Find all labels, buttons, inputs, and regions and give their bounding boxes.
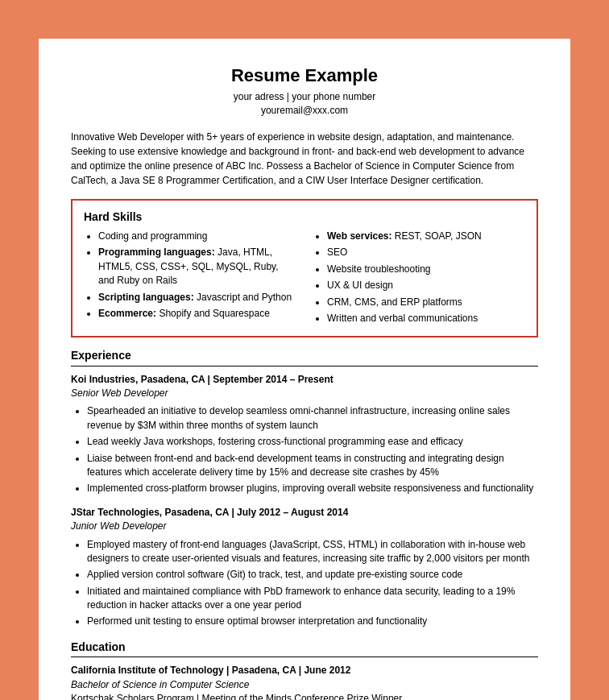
bullet-item: Liaise between front-end and back-end de… xyxy=(87,452,538,480)
skill-item: Written and verbal communications xyxy=(327,312,525,325)
job-bullets-1: Spearheaded an initiative to develop sea… xyxy=(71,404,538,495)
edu-header: California Institute of Technology | Pas… xyxy=(71,664,538,677)
education-block: California Institute of Technology | Pas… xyxy=(71,664,538,700)
bullet-item: Applied version control software (Git) t… xyxy=(87,568,538,582)
job-header-2: JStar Technologies, Pasadena, CA | July … xyxy=(71,506,538,520)
skill-item: Ecommerce: Shopify and Squarespace xyxy=(98,307,296,321)
edu-award: Kortschak Scholars Program | Meeting of … xyxy=(71,692,538,700)
hard-skills-title: Hard Skills xyxy=(84,209,525,225)
skill-item: SEO xyxy=(327,246,525,259)
skills-col-right: Web services: REST, SOAP, JSON SEO Websi… xyxy=(313,230,525,328)
job-bullets-2: Employed mastery of front-end languages … xyxy=(71,538,538,629)
hard-skills-section: Hard Skills Coding and programming Progr… xyxy=(71,199,538,338)
bullet-item: Performed unit testing to ensure optimal… xyxy=(87,615,538,628)
skills-list-left: Coding and programming Programming langu… xyxy=(84,230,296,321)
skills-col-left: Coding and programming Programming langu… xyxy=(84,230,296,328)
contact-line: your adress | your phone number xyxy=(71,90,538,104)
skills-columns: Coding and programming Programming langu… xyxy=(84,230,525,328)
skill-item: Scripting languages: Javascript and Pyth… xyxy=(98,291,296,304)
skill-item: Web services: REST, SOAP, JSON xyxy=(327,230,525,243)
education-title: Education xyxy=(71,639,538,657)
experience-title: Experience xyxy=(71,347,538,366)
job-title-2: Junior Web Developer xyxy=(71,520,538,533)
skill-item: UX & UI design xyxy=(327,279,525,292)
bullet-item: Spearheaded an initiative to develop sea… xyxy=(87,404,538,433)
summary-section: Innovative Web Developer with 5+ years o… xyxy=(71,130,538,188)
job-title-1: Senior Web Developer xyxy=(71,387,538,400)
education-section: Education California Institute of Techno… xyxy=(71,639,538,700)
page-wrapper: Resume Example your adress | your phone … xyxy=(16,16,593,700)
email-line: youremail@xxx.com xyxy=(71,104,538,118)
skill-item: Coding and programming xyxy=(98,230,296,243)
job-header-1: Koi Industries, Pasadena, CA | September… xyxy=(71,373,538,387)
skill-item: CRM, CMS, and ERP platforms xyxy=(327,296,525,309)
resume-header: Resume Example your adress | your phone … xyxy=(71,63,538,118)
skills-list-right: Web services: REST, SOAP, JSON SEO Websi… xyxy=(313,230,525,325)
resume-container: Resume Example your adress | your phone … xyxy=(39,39,570,700)
job-block-2: JStar Technologies, Pasadena, CA | July … xyxy=(71,506,538,629)
skill-item: Website troubleshooting xyxy=(327,263,525,276)
bullet-item: Lead weekly Java workshops, fostering cr… xyxy=(87,435,538,449)
resume-title: Resume Example xyxy=(71,63,538,89)
bullet-item: Employed mastery of front-end languages … xyxy=(87,538,538,566)
bullet-item: Implemented cross-platform browser plugi… xyxy=(87,482,538,495)
experience-section: Experience Koi Industries, Pasadena, CA … xyxy=(71,347,538,629)
job-block-1: Koi Industries, Pasadena, CA | September… xyxy=(71,373,538,496)
edu-degree: Bachelor of Science in Computer Science xyxy=(71,678,538,692)
skill-item: Programming languages: Java, HTML, HTML5… xyxy=(98,246,296,288)
bullet-item: Initiated and maintained compliance with… xyxy=(87,585,538,613)
